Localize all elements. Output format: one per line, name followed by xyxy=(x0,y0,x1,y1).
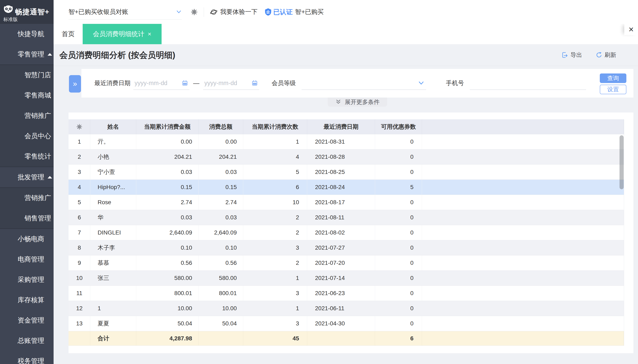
vertical-scrollbar-thumb[interactable] xyxy=(619,135,624,189)
table-row[interactable]: 8木子李0.100.1032021-07-270 xyxy=(69,240,624,256)
sidebar-item-quick-nav[interactable]: 快捷导航 xyxy=(0,24,54,44)
collapse-filter-handle[interactable]: » xyxy=(69,75,81,92)
cell-coupons: 0 xyxy=(375,164,422,180)
table-row[interactable]: 9慕慕0.560.5622021-07-200 xyxy=(69,256,624,270)
sidebar-item-tax-management[interactable]: 税务管理 xyxy=(0,351,54,364)
query-button[interactable]: 查询 xyxy=(600,74,626,83)
tab-member-consumption-details[interactable]: 会员消费明细统计 × xyxy=(83,24,162,44)
svg-text:企: 企 xyxy=(266,10,270,14)
sidebar-item-label: 税务管理 xyxy=(18,356,44,364)
experience-link[interactable]: 我要体验一下 xyxy=(210,8,257,16)
table-row[interactable]: 5Rose2.742.74102021-08-170 xyxy=(69,195,624,210)
cell-date: 2021-08-28 xyxy=(307,150,375,164)
chevron-down-icon xyxy=(176,9,182,15)
table-row[interactable]: 7DINGLEI2,640.092,640.0922021-08-020 xyxy=(69,225,624,240)
cell-date: 2021-07-14 xyxy=(307,270,375,286)
row-index: 3 xyxy=(69,164,90,180)
sidebar-group-wholesale-management[interactable]: 批发管理 xyxy=(0,167,54,188)
column-settings-button[interactable] xyxy=(69,119,90,134)
summary-count: 45 xyxy=(243,331,307,346)
close-tabs-button[interactable]: × xyxy=(624,24,638,35)
certified-badge[interactable]: 企 已认证 xyxy=(264,8,293,16)
row-index: 2 xyxy=(69,150,90,164)
sidebar-item-sales-management[interactable]: 销售管理 xyxy=(0,208,54,228)
cell-name: DINGLEI xyxy=(90,225,136,240)
sidebar-item-funds-management[interactable]: 资金管理 xyxy=(0,310,54,330)
sidebar-item-retail-statistics[interactable]: 零售统计 xyxy=(0,146,54,167)
workspace-dropdown[interactable]: 智+已购买收银员对账 xyxy=(69,4,182,20)
double-chevron-down-icon xyxy=(335,99,342,105)
table-row[interactable]: 2小艳204.21204.2142021-08-280 xyxy=(69,150,624,164)
cell-name: 张三 xyxy=(90,270,136,286)
cell-date: 2021-08-17 xyxy=(307,195,375,210)
row-index: 5 xyxy=(69,195,90,210)
cell-count: 4 xyxy=(243,150,307,164)
calendar-icon[interactable] xyxy=(182,79,188,87)
row-index: 1 xyxy=(69,134,90,149)
chevron-up-icon xyxy=(48,53,52,56)
member-level-select[interactable] xyxy=(301,76,426,90)
sidebar-item-purchase-management[interactable]: 采购管理 xyxy=(0,270,54,290)
settings-button[interactable]: 设置 xyxy=(600,85,626,94)
sidebar-item-xiaochang-ecommerce[interactable]: 小畅电商 xyxy=(0,229,54,249)
cell-coupons: 0 xyxy=(375,134,422,149)
sidebar-item-label: 快捷导航 xyxy=(18,30,44,38)
expand-more-conditions-button[interactable]: 展开更多条件 xyxy=(328,98,387,107)
table-row[interactable]: 10张三580.00580.0012021-07-140 xyxy=(69,270,624,286)
sidebar-item-label: 总账管理 xyxy=(18,336,44,345)
tab-active-label: 会员消费明细统计 xyxy=(93,30,144,38)
sidebar-item-label: 资金管理 xyxy=(18,316,44,325)
export-icon xyxy=(561,52,568,58)
sidebar-item-retail-mall[interactable]: 零售商城 xyxy=(0,85,54,106)
filter-panel: 最近消费日期 — xyxy=(81,69,633,98)
column-header-amount: 当期累计消费金额 xyxy=(136,119,199,134)
sidebar-item-retail-marketing[interactable]: 营销推广 xyxy=(0,106,54,126)
row-index: 10 xyxy=(69,270,90,286)
cell-count: 3 xyxy=(243,286,307,301)
refresh-button[interactable]: 刷新 xyxy=(595,51,616,59)
table-row[interactable]: 4HipHop?...0.150.1562021-08-245 xyxy=(69,180,624,195)
sidebar-item-label: 零售统计 xyxy=(25,152,51,161)
tab-close-icon[interactable]: × xyxy=(148,30,151,38)
table-row[interactable]: 11800.01800.0132021-06-230 xyxy=(69,286,624,301)
cell-count: 1 xyxy=(243,301,307,316)
refresh-icon xyxy=(595,52,602,58)
table-row[interactable]: 6华0.030.0322021-08-110 xyxy=(69,210,624,225)
sidebar-item-member-center[interactable]: 会员中心 xyxy=(0,126,54,146)
sidebar-group-retail-management[interactable]: 零售管理 xyxy=(0,44,54,64)
sidebar-item-smart-store[interactable]: 智慧门店 xyxy=(0,65,54,85)
cell-date: 2021-08-11 xyxy=(307,210,375,225)
tab-home[interactable]: 首页 xyxy=(54,24,83,44)
table-row[interactable]: 13夏夏50.0450.0432021-04-300 xyxy=(69,316,624,331)
cell-date: 2021-08-25 xyxy=(307,164,375,180)
cell-amount: 0.00 xyxy=(136,134,199,149)
table-row[interactable]: 3宁小萱0.030.0352021-08-250 xyxy=(69,164,624,180)
summary-filler xyxy=(422,331,624,346)
workspace-dropdown-value: 智+已购买收银员对账 xyxy=(69,8,128,16)
sidebar-item-ecommerce-management[interactable]: 电商管理 xyxy=(0,249,54,270)
table-body: 1亓。0.000.0012021-08-3102小艳204.21204.2142… xyxy=(69,134,624,331)
export-button[interactable]: 导出 xyxy=(561,51,582,59)
cell-total: 0.03 xyxy=(199,164,243,180)
calendar-icon[interactable] xyxy=(251,79,258,87)
date-to-input[interactable] xyxy=(204,80,250,86)
cell-filler xyxy=(422,134,624,149)
planet-icon xyxy=(210,8,218,16)
page-header: 会员消费明细分析 (按会员明细) 导出 刷新 xyxy=(54,44,638,66)
cell-amount: 580.00 xyxy=(136,270,199,286)
cell-filler xyxy=(422,316,624,331)
date-from-input[interactable] xyxy=(135,80,180,86)
column-header-total: 消费总额 xyxy=(199,119,243,134)
sidebar-item-inventory-accounting[interactable]: 库存核算 xyxy=(0,290,54,310)
phone-input[interactable] xyxy=(471,80,585,86)
sidebar-item-general-ledger[interactable]: 总账管理 xyxy=(0,330,54,351)
table-row[interactable]: 12110.0010.0012021-06-110 xyxy=(69,301,624,316)
table-row[interactable]: 1亓。0.000.0012021-08-310 xyxy=(69,134,624,150)
cell-filler xyxy=(422,150,624,164)
settings-gear-icon[interactable] xyxy=(190,8,198,16)
cell-name: 小艳 xyxy=(90,150,136,164)
sidebar-item-label: 营销推广 xyxy=(25,111,51,120)
cell-name: Rose xyxy=(90,195,136,210)
sidebar-item-wholesale-marketing[interactable]: 营销推广 xyxy=(0,188,54,208)
sidebar-group-label: 零售管理 xyxy=(18,50,44,59)
